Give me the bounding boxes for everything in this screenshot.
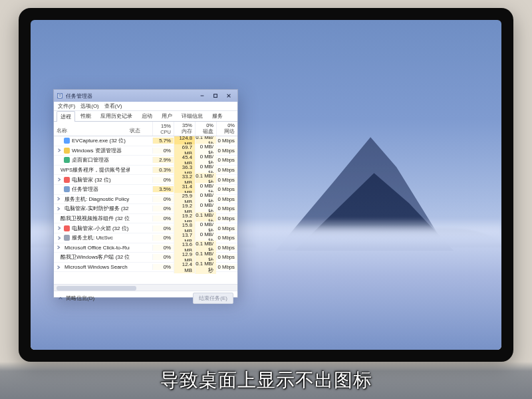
menu-bar: 文件(F) 选项(O) 查看(V) xyxy=(54,102,237,111)
metric-cell-disk: 0.1 MB/秒 xyxy=(195,261,216,274)
expand-icon[interactable] xyxy=(57,178,62,182)
subtitle-text: 导致桌面上显示不出图标 xyxy=(160,368,372,393)
expand-icon[interactable] xyxy=(57,226,62,230)
scrollbar-thumb[interactable] xyxy=(57,286,136,291)
app-icon xyxy=(64,148,70,154)
process-name: 桌面窗口管理器 xyxy=(72,156,109,164)
process-name: 服务主机: UtcSvc xyxy=(72,234,113,241)
process-row[interactable]: Microsoft Windows Search …0%12.4 MB0.1 M… xyxy=(54,263,237,273)
column-header-disk[interactable]: 0%磁盘 xyxy=(195,122,216,136)
expand-icon[interactable] xyxy=(57,197,61,201)
tab-2[interactable]: 应用历史记录 xyxy=(96,110,136,121)
fewer-details-toggle[interactable]: 简略信息(D) xyxy=(58,295,94,302)
app-icon xyxy=(64,157,70,163)
metric-cell-cpu: 0% xyxy=(152,196,174,202)
tab-5[interactable]: 详细信息 xyxy=(178,110,207,121)
expand-icon[interactable] xyxy=(57,207,61,211)
column-header-memory[interactable]: 35%内存 xyxy=(174,122,195,136)
menu-view[interactable]: 查看(V) xyxy=(104,102,122,110)
process-name: WPS服务程序，提供账号登录… xyxy=(61,166,130,174)
process-name-cell: EVCapture.exe (32 位) xyxy=(54,137,130,144)
svg-rect-2 xyxy=(59,94,61,95)
menu-file[interactable]: 文件(F) xyxy=(58,102,75,110)
metric-cell-cpu: 0% xyxy=(152,254,174,260)
expand-icon[interactable] xyxy=(57,148,62,152)
metric-cell-net: 0 Mbps xyxy=(216,167,237,173)
process-name-cell: Microsoft Office Click-to-Run… xyxy=(54,245,130,251)
column-header-cpu[interactable]: 15%CPU xyxy=(152,122,174,136)
column-header-status[interactable]: 状态 xyxy=(130,122,152,136)
metric-cell-net: 0 Mbps xyxy=(216,215,237,221)
process-name-cell: 桌面窗口管理器 xyxy=(54,156,130,164)
tab-1[interactable]: 性能 xyxy=(76,110,95,121)
horizontal-scrollbar[interactable] xyxy=(54,284,237,291)
process-name: 任务管理器 xyxy=(72,186,98,193)
process-name: Microsoft Office Click-to-Run… xyxy=(65,245,130,251)
process-name: 电脑管家 (32 位) xyxy=(72,176,111,184)
metric-cell-net: 0 Mbps xyxy=(216,264,237,270)
app-icon xyxy=(64,138,70,144)
app-icon xyxy=(64,177,70,183)
end-task-button[interactable]: 结束任务(E) xyxy=(193,293,233,304)
metric-cell-cpu: 3.5% xyxy=(152,186,174,192)
window-footer: 简略信息(D) 结束任务(E) xyxy=(54,291,237,305)
window-title: 任务管理器 xyxy=(66,92,194,100)
metric-cell-cpu: 0% xyxy=(152,215,174,221)
process-name: 电脑管家-实时防护服务 (32 位) xyxy=(65,205,130,212)
close-button[interactable] xyxy=(223,92,235,100)
metric-cell-net: 0 Mbps xyxy=(216,186,237,192)
metric-cell-net: 0 Mbps xyxy=(216,245,237,251)
metric-cell-mem: 12.4 MB xyxy=(174,261,195,273)
expand-icon[interactable] xyxy=(57,265,61,269)
metric-cell-cpu: 0% xyxy=(152,205,174,211)
metric-cell-net: 0 Mbps xyxy=(216,225,237,231)
process-name: 酷我卫Windows客户端 (32 位) xyxy=(61,253,130,261)
tab-6[interactable]: 服务 xyxy=(208,110,227,121)
metric-cell-cpu: 0% xyxy=(152,225,174,231)
metric-cell-net: 0 Mbps xyxy=(216,177,237,183)
tab-4[interactable]: 用户 xyxy=(158,110,176,121)
app-icon xyxy=(64,186,70,192)
metric-cell-net: 0 Mbps xyxy=(216,205,237,211)
titlebar[interactable]: 任务管理器 xyxy=(54,90,237,102)
stage: 任务管理器 文件(F) 选项(O) 查看(V) 进程性能应用历史记录启动用户详细… xyxy=(0,0,532,399)
svg-rect-3 xyxy=(59,96,61,96)
process-name: 服务主机: Diagnostic Policy S… xyxy=(65,196,130,203)
metric-cell-cpu: 0.3% xyxy=(152,167,174,173)
tab-0[interactable]: 进程 xyxy=(57,111,75,122)
subtitle-overlay: 导致桌面上显示不出图标 xyxy=(0,362,532,399)
metric-cell-cpu: 2.9% xyxy=(152,157,174,163)
metric-cell-cpu: 0% xyxy=(152,235,174,241)
process-name-cell: 电脑管家-实时防护服务 (32 位) xyxy=(54,205,130,212)
metric-cell-net: 0 Mbps xyxy=(216,254,237,260)
metric-cell-cpu: 0% xyxy=(152,264,174,270)
process-name: Windows 资源管理器 xyxy=(72,147,122,154)
process-name-cell: 酷我卫视视频推荐组件 (32 位) xyxy=(54,215,130,222)
app-icon xyxy=(64,225,70,231)
metric-cell-cpu: 0% xyxy=(152,245,174,251)
task-manager-window: 任务管理器 文件(F) 选项(O) 查看(V) 进程性能应用历史记录启动用户详细… xyxy=(53,89,238,298)
minimize-button[interactable] xyxy=(196,92,208,100)
process-name-cell: 酷我卫Windows客户端 (32 位) xyxy=(54,253,130,261)
metric-cell-net: 0 Mbps xyxy=(216,157,237,163)
metric-cell-cpu: 5.7% xyxy=(152,138,174,144)
process-name-cell: 服务主机: Diagnostic Policy S… xyxy=(54,196,130,203)
column-header-network[interactable]: 0%网络 xyxy=(216,122,237,136)
expand-icon[interactable] xyxy=(57,236,62,240)
column-header-name[interactable]: 名称 xyxy=(54,122,130,136)
metric-cell-cpu: 0% xyxy=(152,177,174,183)
svg-rect-5 xyxy=(214,94,217,98)
menu-options[interactable]: 选项(O) xyxy=(80,102,99,110)
metric-cell-net: 0 Mbps xyxy=(216,148,237,154)
desktop-wallpaper: 任务管理器 文件(F) 选项(O) 查看(V) 进程性能应用历史记录启动用户详细… xyxy=(31,20,501,350)
metric-cell-cpu: 0% xyxy=(152,148,174,154)
maximize-button[interactable] xyxy=(209,92,221,100)
process-list[interactable]: EVCapture.exe (32 位)5.7%124.8 MB0.1 MB/秒… xyxy=(54,136,237,284)
process-name-cell: Microsoft Windows Search … xyxy=(54,264,130,270)
monitor-frame: 任务管理器 文件(F) 选项(O) 查看(V) 进程性能应用历史记录启动用户详细… xyxy=(19,8,513,362)
expand-icon[interactable] xyxy=(57,245,61,249)
tab-3[interactable]: 启动 xyxy=(138,110,156,121)
metric-cell-net: 0 Mbps xyxy=(216,138,237,144)
process-name: Microsoft Windows Search … xyxy=(65,264,130,270)
column-headers: 名称 状态 15%CPU 35%内存 0%磁盘 0%网络 xyxy=(54,122,237,136)
